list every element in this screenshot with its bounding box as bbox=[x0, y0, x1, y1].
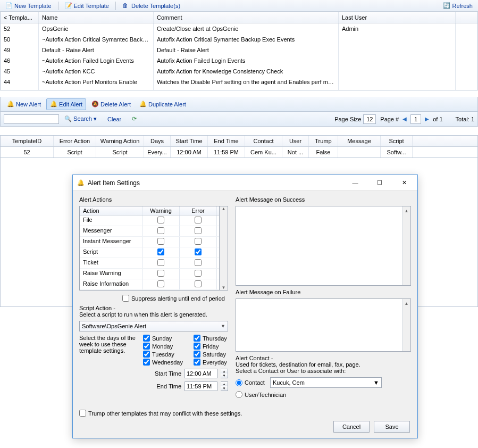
action-row: Ticket bbox=[80, 258, 219, 269]
end-time-input[interactable] bbox=[185, 381, 217, 391]
actions-scrollbar[interactable]: ▲ ▼ bbox=[220, 206, 228, 291]
page-size-input[interactable] bbox=[363, 114, 376, 124]
alert-actions-label: Alert Actions bbox=[79, 196, 228, 203]
col-header-warning-action[interactable]: Warning Action bbox=[96, 136, 144, 146]
new-template-button[interactable]: 📄New Template bbox=[2, 2, 55, 10]
msg-success-label: Alert Message on Success bbox=[236, 196, 411, 203]
action-row: Script bbox=[80, 247, 219, 258]
action-row: Raise Warning bbox=[80, 269, 219, 279]
maximize-button[interactable]: ☐ bbox=[367, 176, 392, 190]
alert-toolbar: 🔔New Alert 🔔Edit Alert 🔕Delete Alert 🔔Du… bbox=[0, 97, 478, 112]
duplicate-alert-icon: 🔔 bbox=[139, 101, 147, 108]
warning-checkbox[interactable] bbox=[157, 238, 164, 245]
refresh-search-button[interactable]: ⟳ bbox=[129, 115, 140, 123]
msg-failure-label: Alert Message on Failure bbox=[236, 289, 411, 295]
trump-label: Trump other templates that may conflict … bbox=[88, 410, 242, 417]
warning-checkbox[interactable] bbox=[157, 280, 164, 287]
error-checkbox[interactable] bbox=[195, 270, 202, 277]
warning-checkbox[interactable] bbox=[157, 248, 164, 255]
total-label: Total: 1 bbox=[456, 116, 474, 122]
templates-hscroll[interactable] bbox=[0, 90, 478, 97]
col-header-warning[interactable]: Warning bbox=[142, 206, 180, 215]
end-time-spinner[interactable]: ▲▼ bbox=[221, 381, 228, 391]
suppress-label: Suppress alerting until end of period bbox=[131, 295, 225, 302]
warning-checkbox[interactable] bbox=[157, 270, 164, 277]
delete-template-button[interactable]: 🗑Delete Template(s) bbox=[119, 2, 183, 10]
col-header-days[interactable]: Days bbox=[144, 136, 171, 146]
table-row[interactable]: 46~Autofix Action Failed Login EventsAut… bbox=[1, 55, 477, 66]
col-header-templateid[interactable]: TemplateID bbox=[1, 136, 54, 146]
col-header-trump[interactable]: Trump bbox=[309, 136, 338, 146]
duplicate-alert-button[interactable]: 🔔Duplicate Alert bbox=[136, 99, 189, 110]
day-saturday-checkbox[interactable] bbox=[194, 351, 200, 358]
delete-alert-button[interactable]: 🔕Delete Alert bbox=[88, 99, 134, 110]
col-header-id[interactable]: < Templa... bbox=[1, 12, 39, 23]
error-checkbox[interactable] bbox=[195, 280, 202, 287]
day-monday-checkbox[interactable] bbox=[143, 343, 150, 350]
col-header-action[interactable]: Action bbox=[80, 206, 142, 215]
clear-button[interactable]: Clear bbox=[104, 115, 124, 123]
col-header-contact[interactable]: Contact bbox=[245, 136, 282, 146]
start-time-spinner[interactable]: ▲▼ bbox=[221, 369, 228, 378]
search-button[interactable]: 🔍 Search ▾ bbox=[61, 115, 100, 123]
col-header-comment[interactable]: Comment bbox=[154, 12, 339, 23]
page-next-button[interactable]: ▶ bbox=[423, 116, 431, 122]
user-technician-radio[interactable] bbox=[236, 391, 242, 398]
refresh-button[interactable]: 🔄Refresh bbox=[440, 2, 476, 10]
edit-template-button[interactable]: 📝Edit Template bbox=[62, 2, 112, 10]
msg-success-textarea[interactable]: ▲ bbox=[236, 206, 411, 286]
col-header-error[interactable]: Error bbox=[180, 206, 217, 215]
search-bar: 🔍 Search ▾ Clear ⟳ Page Size Page # ◀ ▶ … bbox=[0, 112, 478, 127]
col-header-user[interactable]: User bbox=[282, 136, 309, 146]
error-checkbox[interactable] bbox=[195, 217, 202, 223]
col-header-end-time[interactable]: End Time bbox=[208, 136, 245, 146]
end-time-label: End Time bbox=[157, 383, 181, 389]
start-time-input[interactable] bbox=[185, 369, 217, 378]
search-input[interactable] bbox=[4, 114, 59, 124]
col-header-error-action[interactable]: Error Action bbox=[54, 136, 96, 146]
new-alert-button[interactable]: 🔔New Alert bbox=[4, 99, 44, 110]
warning-checkbox[interactable] bbox=[157, 259, 164, 266]
day-friday-checkbox[interactable] bbox=[194, 343, 200, 350]
table-row[interactable]: 49Default - Raise AlertDefault - Raise A… bbox=[1, 45, 477, 55]
day-wednesday-checkbox[interactable] bbox=[143, 359, 150, 366]
contact-radio[interactable] bbox=[236, 379, 242, 386]
page-num-input[interactable] bbox=[410, 114, 421, 124]
close-button[interactable]: ✕ bbox=[392, 176, 416, 190]
dialog-title: Alert Item Settings bbox=[88, 179, 343, 187]
suppress-checkbox[interactable] bbox=[122, 295, 129, 302]
table-row[interactable]: 50~Autofix Action Critical Symantec Back… bbox=[1, 34, 477, 45]
trump-checkbox[interactable] bbox=[79, 410, 86, 417]
error-checkbox[interactable] bbox=[195, 238, 202, 245]
page-prev-button[interactable]: ◀ bbox=[401, 116, 408, 122]
start-time-label: Start Time bbox=[155, 370, 181, 377]
col-header-message[interactable]: Message bbox=[338, 136, 381, 146]
table-row[interactable]: 44~Autofix Action Perf Monitors EnableWa… bbox=[1, 77, 477, 87]
table-row[interactable]: 52OpsGenieCreate/Close alert at OpsGenie… bbox=[1, 23, 477, 34]
delete-template-icon: 🗑 bbox=[122, 2, 130, 10]
table-row[interactable]: 52 Script Script Every... 12:00 AM 11:59… bbox=[1, 147, 477, 157]
day-sunday-checkbox[interactable] bbox=[143, 335, 150, 342]
col-header-name[interactable]: Name bbox=[39, 12, 154, 23]
error-checkbox[interactable] bbox=[195, 227, 202, 234]
day-everyday-checkbox[interactable] bbox=[194, 359, 200, 366]
col-header-script[interactable]: Script bbox=[381, 136, 413, 146]
error-checkbox[interactable] bbox=[195, 259, 202, 266]
cancel-button[interactable]: Cancel bbox=[333, 421, 370, 433]
day-tuesday-checkbox[interactable] bbox=[143, 351, 150, 358]
edit-alert-button[interactable]: 🔔Edit Alert bbox=[46, 98, 86, 110]
table-row[interactable]: 45~Autofix Action KCCAutofix Action for … bbox=[1, 66, 477, 77]
warning-checkbox[interactable] bbox=[157, 227, 164, 234]
day-thursday-checkbox[interactable] bbox=[194, 335, 200, 342]
warning-checkbox[interactable] bbox=[157, 217, 164, 223]
minimize-button[interactable]: — bbox=[343, 176, 367, 190]
save-button[interactable]: Save bbox=[374, 421, 410, 433]
col-header-start-time[interactable]: Start Time bbox=[171, 136, 208, 146]
script-dropdown[interactable]: Software\OpsGenie Alert▼ bbox=[79, 321, 228, 331]
msg-failure-textarea[interactable]: ▲ bbox=[236, 298, 411, 352]
script-action-title: Script Action - bbox=[79, 305, 228, 311]
error-checkbox[interactable] bbox=[195, 248, 202, 255]
contact-select[interactable]: Kucuk, Cem▼ bbox=[270, 377, 382, 388]
col-header-user[interactable]: Last User bbox=[339, 12, 456, 23]
chevron-down-icon: ▼ bbox=[373, 379, 379, 386]
